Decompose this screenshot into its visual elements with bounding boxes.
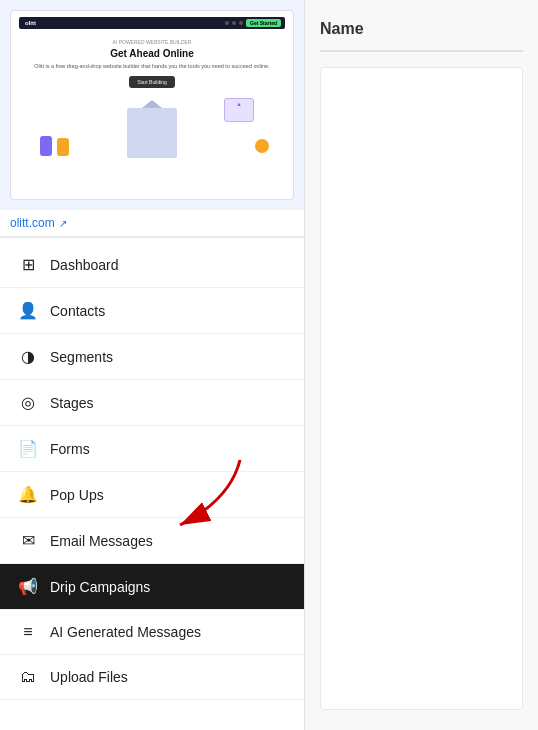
hero-subtitle: Olitt is a free drag-and-drop website bu… bbox=[34, 63, 269, 71]
sidebar-item-dashboard-label: Dashboard bbox=[50, 257, 119, 273]
forms-icon: 📄 bbox=[18, 439, 38, 458]
upload-files-icon: 🗂 bbox=[18, 668, 38, 686]
sidebar-item-stages-label: Stages bbox=[50, 395, 94, 411]
sidebar-item-ai-messages-label: AI Generated Messages bbox=[50, 624, 201, 640]
website-link-text: olitt.com bbox=[10, 216, 55, 230]
sidebar-item-drip-campaigns[interactable]: 📢 Drip Campaigns bbox=[0, 564, 304, 610]
sidebar-item-stages[interactable]: ◎ Stages bbox=[0, 380, 304, 426]
preview-banner: olitt Get Started AI POWERED WEBSITE BUI… bbox=[0, 0, 304, 210]
stages-icon: ◎ bbox=[18, 393, 38, 412]
sidebar-item-segments[interactable]: ◑ Segments bbox=[0, 334, 304, 380]
contacts-icon: 👤 bbox=[18, 301, 38, 320]
popups-icon: 🔔 bbox=[18, 485, 38, 504]
email-messages-icon: ✉ bbox=[18, 531, 38, 550]
sidebar-item-dashboard[interactable]: ⊞ Dashboard bbox=[0, 242, 304, 288]
sidebar-item-segments-label: Segments bbox=[50, 349, 113, 365]
drip-campaigns-icon: 📢 bbox=[18, 577, 38, 596]
topbar-logo: olitt bbox=[25, 20, 36, 26]
cta-button[interactable]: Start Building bbox=[129, 76, 175, 88]
sidebar-item-contacts-label: Contacts bbox=[50, 303, 105, 319]
red-arrow-svg bbox=[90, 450, 250, 550]
ai-messages-icon: ≡ bbox=[18, 623, 38, 641]
ai-label: AI POWERED WEBSITE BUILDER bbox=[113, 39, 192, 45]
sidebar-item-drip-campaigns-label: Drip Campaigns bbox=[50, 579, 150, 595]
get-started-button[interactable]: Get Started bbox=[246, 19, 281, 27]
sidebar-item-upload-files-label: Upload Files bbox=[50, 669, 128, 685]
preview-hero: AI POWERED WEBSITE BUILDER Get Ahead Onl… bbox=[19, 35, 285, 162]
sidebar-item-upload-files[interactable]: 🗂 Upload Files bbox=[0, 655, 304, 700]
hero-illustration bbox=[25, 93, 279, 158]
hero-title: Get Ahead Online bbox=[110, 47, 194, 60]
website-link[interactable]: olitt.com ↗ bbox=[0, 210, 304, 237]
sidebar-item-forms-label: Forms bbox=[50, 441, 90, 457]
panel-content-area bbox=[320, 67, 523, 710]
sidebar-item-ai-messages[interactable]: ≡ AI Generated Messages bbox=[0, 610, 304, 655]
external-link-icon: ↗ bbox=[59, 218, 67, 229]
segments-icon: ◑ bbox=[18, 347, 38, 366]
sidebar: olitt Get Started AI POWERED WEBSITE BUI… bbox=[0, 0, 305, 730]
dashboard-icon: ⊞ bbox=[18, 255, 38, 274]
panel-name-heading: Name bbox=[320, 20, 523, 52]
right-panel: Name bbox=[305, 0, 538, 730]
preview-topbar: olitt Get Started bbox=[19, 17, 285, 29]
sidebar-item-contacts[interactable]: 👤 Contacts bbox=[0, 288, 304, 334]
